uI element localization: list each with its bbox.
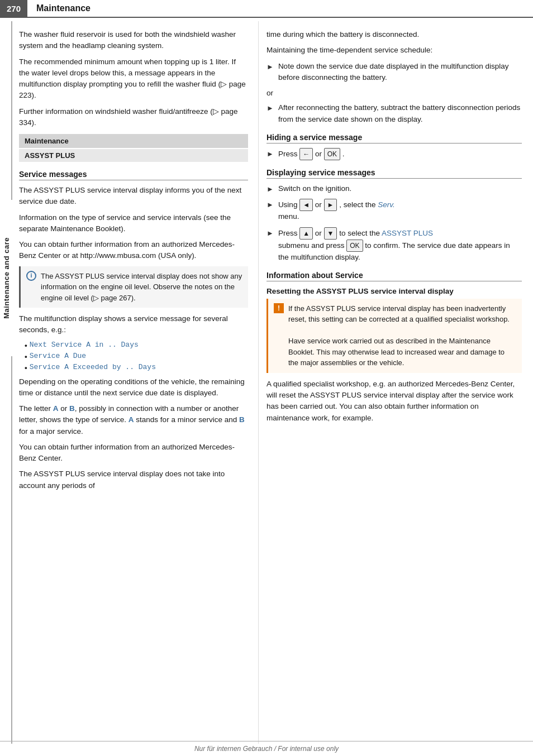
hiding-content: Press ← or OK .	[278, 148, 522, 160]
sidebar-bar: Maintenance and care	[0, 21, 12, 744]
left-intro-p2: The recommended minimum amount when topp…	[19, 56, 248, 102]
btn-up[interactable]: ▲	[299, 227, 313, 240]
resetting-heading: Resetting the ASSYST PLUS service interv…	[266, 287, 522, 295]
maintenance-section-box: Maintenance	[19, 134, 248, 148]
bullet-dot-3: •	[25, 363, 27, 372]
sm-p5: Depending on the operating conditions of…	[19, 376, 248, 399]
disp-arrow-1: ► Switch on the ignition.	[266, 183, 522, 195]
disp-content-2: Using ◄ or ► , select the Serv. menu.	[278, 199, 522, 222]
btn-left[interactable]: ◄	[299, 199, 313, 211]
arrow-sym-disp1: ►	[266, 184, 274, 195]
sidebar-label: Maintenance and care	[0, 200, 12, 356]
right-p-qualified: A qualified specialist workshop, e.g. an…	[266, 379, 522, 424]
hiding-arrow: ► Press ← or OK .	[266, 148, 522, 160]
disp-arrow-3: ► Press ▲ or ▼ to select the ASSYST PLUS…	[266, 227, 522, 263]
btn-ok-hide[interactable]: OK	[324, 148, 340, 160]
arrow-content-2: After reconnecting the battery, subtract…	[278, 102, 522, 125]
warning-icon: !	[274, 303, 284, 313]
service-item-next: Next Service A in .. Days	[30, 341, 139, 349]
btn-back[interactable]: ←	[299, 148, 313, 160]
info-service-heading: Information about Service	[266, 271, 522, 281]
sm-p4: The multifunction display shows a servic…	[19, 313, 248, 336]
service-messages-heading: Service messages	[19, 170, 248, 180]
btn-ok-confirm[interactable]: OK	[346, 240, 363, 252]
sm-p6: The letter A or B, possibly in connectio…	[19, 403, 248, 437]
arrow-sym-2: ►	[266, 103, 274, 114]
right-p-maintaining: Maintaining the time-dependent service s…	[266, 45, 522, 56]
service-item-due: Service A Due	[30, 352, 86, 360]
arrow-sym-hide: ►	[266, 149, 274, 160]
disp-content-1: Switch on the ignition.	[278, 183, 522, 194]
warning-content: If the ASSYST PLUS service interval disp…	[288, 303, 516, 369]
arrow-content-1: Note down the service due date displayed…	[278, 61, 522, 84]
arrow-sym-disp3: ►	[266, 228, 274, 239]
arrow-item-1: ► Note down the service due date display…	[266, 61, 522, 84]
assyst-label: ASSYST PLUS	[382, 228, 433, 237]
service-bullet-list: • Next Service A in .. Days • Service A …	[25, 341, 248, 372]
page-footer: Nur für internen Gebrauch / For internal…	[0, 741, 533, 756]
info-text: The ASSYST PLUS service interval display…	[41, 271, 242, 304]
left-column: The washer fluid reservoir is used for b…	[12, 21, 258, 744]
page-number: 270	[0, 0, 27, 17]
btn-down[interactable]: ▼	[324, 227, 337, 240]
serv-label: Serv.	[378, 200, 395, 209]
arrow-sym-1: ►	[266, 61, 274, 73]
right-p-cont: time during which the battery is disconn…	[266, 29, 522, 40]
sm-p1: The ASSYST PLUS service interval display…	[19, 185, 248, 208]
bullet-item-1: • Next Service A in .. Days	[25, 341, 248, 350]
bullet-dot-2: •	[25, 352, 27, 361]
info-box: i The ASSYST PLUS service interval displ…	[19, 266, 248, 308]
right-column: time during which the battery is disconn…	[258, 21, 533, 744]
hiding-heading: Hiding a service message	[266, 133, 522, 143]
page-title: Maintenance	[27, 0, 99, 17]
disp-content-3: Press ▲ or ▼ to select the ASSYST PLUS s…	[278, 227, 522, 263]
main-content: Maintenance and care The washer fluid re…	[0, 18, 533, 744]
sm-p2: Information on the type of service and s…	[19, 212, 248, 235]
left-intro-p3: Further information on windshield washer…	[19, 106, 248, 129]
arrow-item-2: ► After reconnecting the battery, subtra…	[266, 102, 522, 125]
bullet-item-2: • Service A Due	[25, 352, 248, 361]
btn-right[interactable]: ►	[324, 199, 337, 211]
warning-box: ! If the ASSYST PLUS service interval di…	[266, 299, 522, 373]
info-icon: i	[26, 271, 36, 281]
page-header: 270 Maintenance	[0, 0, 533, 18]
left-intro-p1: The washer fluid reservoir is used for b…	[19, 29, 248, 52]
displaying-heading: Displaying service messages	[266, 168, 522, 179]
bullet-item-3: • Service A Exceeded by .. Days	[25, 363, 248, 372]
bullet-dot-1: •	[25, 341, 27, 350]
disp-arrow-2: ► Using ◄ or ► , select the Serv. menu.	[266, 199, 522, 222]
arrow-sym-disp2: ►	[266, 199, 274, 210]
sm-p3: You can obtain further information from …	[19, 239, 248, 262]
service-item-exceeded: Service A Exceeded by .. Days	[30, 363, 156, 371]
sm-p7: You can obtain further information from …	[19, 442, 248, 465]
assyst-subsection-box: ASSYST PLUS	[19, 149, 248, 162]
sm-p8: The ASSYST PLUS service interval display…	[19, 468, 248, 491]
or-text: or	[266, 88, 522, 99]
